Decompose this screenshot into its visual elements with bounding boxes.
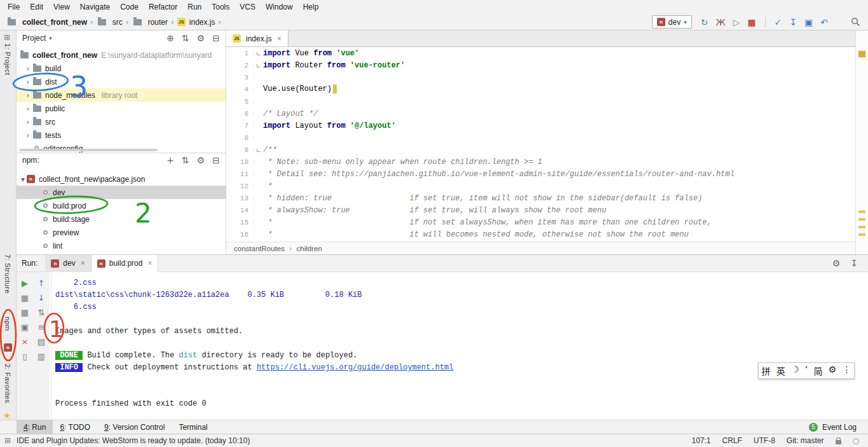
toolwindow-tab-structure[interactable]: 7: Structure xyxy=(4,254,11,294)
up-stack-trace-icon[interactable]: ↑ xyxy=(33,276,50,291)
chevron-down-icon[interactable]: ▾ xyxy=(49,35,52,41)
git-branch-widget[interactable]: Git: master xyxy=(787,436,824,445)
close-icon[interactable]: × xyxy=(147,259,152,268)
rollback-icon[interactable]: ↶ xyxy=(820,18,828,27)
toolwindow-tab-npm[interactable]: npm xyxy=(4,317,11,331)
fold-marker[interactable] xyxy=(257,149,261,152)
locate-icon[interactable]: ⊕ xyxy=(166,34,174,43)
ime-item-6[interactable]: ⋮ xyxy=(842,364,851,377)
progress-icon[interactable]: ○ xyxy=(853,436,859,445)
menu-window[interactable]: Window xyxy=(261,0,298,14)
deployment-link[interactable]: https://cli.vuejs.org/guide/deployment.h… xyxy=(257,363,454,372)
update-project-icon[interactable]: ↧ xyxy=(789,18,797,27)
menu-code[interactable]: Code xyxy=(115,0,144,14)
commit-icon[interactable]: ✓ xyxy=(775,18,782,27)
project-root[interactable]: collect_front_newE:\sunyard-dataplatform… xyxy=(17,48,226,62)
breadcrumb-src[interactable]: src xyxy=(97,18,123,27)
rerun-icon[interactable]: ▶ xyxy=(17,276,33,291)
editor-breadcrumb-children[interactable]: children xyxy=(297,245,322,252)
editor-breadcrumb-constantroutes[interactable]: constantRoutes xyxy=(234,245,285,252)
close-icon[interactable]: × xyxy=(81,259,85,268)
run-tab-dev[interactable]: dev× xyxy=(45,255,91,272)
favorites-star-icon[interactable]: ★ xyxy=(3,411,11,420)
project-folder-public[interactable]: ›public xyxy=(17,102,226,115)
toolwindow-tab-todo[interactable]: 6: TODO xyxy=(53,420,97,434)
debug-icon[interactable]: Ж xyxy=(715,18,725,27)
pin-tab-icon[interactable]: ▣ xyxy=(17,320,33,334)
menu-help[interactable]: Help xyxy=(298,0,324,14)
code-area[interactable]: 1import Vue from 'vue'2import Router fro… xyxy=(226,47,855,242)
ime-item-1[interactable]: 英 xyxy=(776,364,785,377)
scroll-to-end-icon[interactable]: ≡ xyxy=(33,320,50,334)
stop-icon[interactable]: ■ xyxy=(747,18,756,27)
soft-wrap-icon[interactable]: ⇅ xyxy=(33,305,50,320)
menu-refactor[interactable]: Refactor xyxy=(144,0,182,14)
collapse-all-icon[interactable]: ⇅ xyxy=(182,34,189,43)
npm-package-row[interactable]: ▾collect_front_new\package.json xyxy=(17,172,226,186)
rerun-icon[interactable]: ↻ xyxy=(701,18,709,27)
toolwindow-tab-project[interactable]: 1: Project xyxy=(4,43,11,75)
project-folder-src[interactable]: ›src xyxy=(17,115,226,128)
toolwindow-tab-run[interactable]: 4: Run xyxy=(17,420,53,434)
down-stack-trace-icon[interactable]: ↓ xyxy=(33,291,50,305)
menu-file[interactable]: File xyxy=(3,0,25,14)
restore-layout-icon[interactable]: ▦ xyxy=(17,305,33,320)
toolwindow-icon[interactable]: ⊞ xyxy=(4,33,10,42)
ime-item-5[interactable]: ⚙ xyxy=(829,364,837,377)
event-log-widget[interactable]: 5 Event Log xyxy=(809,423,868,432)
breadcrumb-index-js[interactable]: JSindex.js xyxy=(177,18,215,27)
run-config-combo[interactable]: dev ▾ xyxy=(652,15,692,29)
ime-item-3[interactable]: ’ xyxy=(805,364,808,377)
project-folder-tests[interactable]: ›tests xyxy=(17,128,226,142)
project-folder-build[interactable]: ›build xyxy=(17,62,226,75)
close-icon[interactable]: × xyxy=(17,334,33,349)
search-everywhere-icon[interactable] xyxy=(851,17,860,27)
breadcrumb-collect-front-new[interactable]: collect_front_new xyxy=(6,18,87,27)
menu-navigate[interactable]: Navigate xyxy=(75,0,115,14)
run-console[interactable]: 2.cssdist\static\css\chunk-1263d22e.a11a… xyxy=(51,272,868,420)
hide-icon[interactable]: ⊟ xyxy=(212,156,220,165)
toolwindow-tab-version-control[interactable]: 9: Version Control xyxy=(97,420,172,434)
npm-script-dev[interactable]: dev xyxy=(17,186,226,199)
toolwindow-tab-favorites[interactable]: 2: Favorites xyxy=(4,364,11,403)
print-icon[interactable]: ▤ xyxy=(33,334,50,349)
project-folder-node-modules[interactable]: ›node_moduleslibrary root xyxy=(17,88,226,102)
breadcrumb-router[interactable]: router xyxy=(132,18,168,27)
line-separator-widget[interactable]: CRLF xyxy=(722,436,742,445)
npm-script-lint[interactable]: lint xyxy=(17,239,226,252)
run-with-coverage-icon[interactable]: ▷ xyxy=(733,18,740,27)
stop-icon[interactable]: ■ xyxy=(17,291,33,305)
horizontal-scrollbar[interactable] xyxy=(19,149,158,151)
project-folder-dist[interactable]: ›dist xyxy=(17,75,226,88)
settings-icon[interactable]: ⚙ xyxy=(197,34,205,43)
toolwindow-switcher-icon[interactable]: ⊞ xyxy=(4,436,11,445)
settings-icon[interactable]: ⚙ xyxy=(197,156,205,165)
add-icon[interactable]: + xyxy=(166,156,174,165)
npm-toolwindow-icon[interactable] xyxy=(4,343,12,352)
editor[interactable]: JS index.js × 1import Vue from 'vue'2imp… xyxy=(226,31,855,254)
ime-item-4[interactable]: 简 xyxy=(813,364,822,377)
menu-edit[interactable]: Edit xyxy=(25,0,48,14)
editor-tab-index-js[interactable]: JS index.js × xyxy=(226,31,288,46)
npm-script-build-prod[interactable]: build:prod xyxy=(17,199,226,212)
ime-item-2[interactable]: ☽ xyxy=(791,364,799,377)
npm-script-build-stage[interactable]: build:stage xyxy=(17,212,226,226)
npm-script-preview[interactable]: preview xyxy=(17,226,226,239)
settings-icon[interactable]: ⚙ xyxy=(832,259,841,268)
run-tab-build-prod[interactable]: build:prod× xyxy=(92,255,159,272)
menu-vcs[interactable]: VCS xyxy=(234,0,261,14)
menu-tools[interactable]: Tools xyxy=(207,0,234,14)
caret-position-widget[interactable]: 107:1 xyxy=(691,436,710,445)
clear-icon[interactable]: ▯ xyxy=(17,349,33,364)
menu-view[interactable]: View xyxy=(48,0,75,14)
collapse-all-icon[interactable]: ⇅ xyxy=(182,156,189,165)
close-icon[interactable]: × xyxy=(277,34,281,43)
readonly-lock-icon[interactable] xyxy=(836,440,841,444)
menu-run[interactable]: Run xyxy=(182,0,207,14)
fold-marker[interactable] xyxy=(257,64,261,67)
fold-marker[interactable] xyxy=(257,52,261,55)
encoding-widget[interactable]: UTF-8 xyxy=(754,436,775,445)
hide-icon[interactable]: ⊟ xyxy=(212,34,220,43)
dock-icon[interactable]: ↧ xyxy=(850,259,858,268)
toolwindow-tab-terminal[interactable]: Terminal xyxy=(172,420,214,434)
